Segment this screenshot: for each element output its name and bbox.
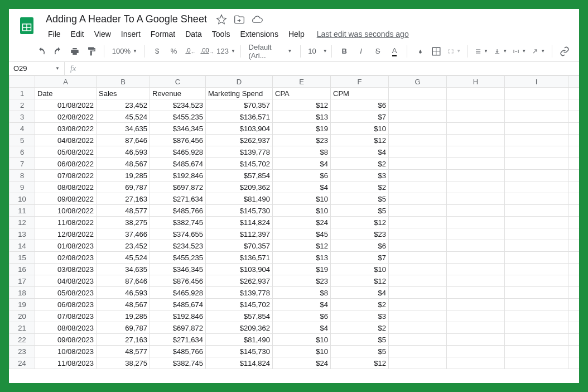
cell[interactable]: $6 [331,240,389,252]
cell[interactable]: $876,456 [150,135,206,146]
column-header[interactable]: I [505,76,568,88]
cell[interactable]: 10/08/2022 [35,205,97,217]
row-header[interactable]: 13 [9,228,35,240]
cell[interactable] [505,334,568,346]
cell[interactable]: $12 [331,135,389,146]
cell[interactable]: $262,937 [206,275,273,287]
cell[interactable] [568,111,580,123]
increase-decimal-button[interactable]: .00→ [200,44,215,59]
cell[interactable]: $346,345 [150,264,206,275]
cell[interactable]: $12 [273,99,331,111]
cell[interactable] [505,264,568,275]
cell[interactable] [389,287,447,299]
last-edit-link[interactable]: Last edit was seconds ago [317,30,409,39]
cell[interactable] [505,193,568,205]
cell[interactable]: 10/08/2023 [35,346,97,357]
cell[interactable]: $12 [331,275,389,287]
column-header[interactable]: E [273,76,331,88]
cell[interactable]: $145,730 [206,346,273,357]
cell[interactable]: $10 [331,123,389,135]
cell[interactable]: 11/08/2022 [35,217,97,228]
cell[interactable] [389,88,447,99]
cell[interactable] [568,181,580,193]
cell[interactable]: 87,646 [97,135,150,146]
cell[interactable] [389,205,447,217]
row-header[interactable]: 9 [9,181,35,193]
sheets-logo[interactable] [16,15,38,37]
cell[interactable]: 19,285 [97,310,150,322]
cell[interactable] [389,275,447,287]
cell[interactable] [447,181,505,193]
menu-view[interactable]: View [90,27,115,41]
cell[interactable]: 23,452 [97,99,150,111]
cell[interactable] [389,99,447,111]
cell[interactable]: $13 [273,252,331,264]
cell[interactable]: $271,634 [150,193,206,205]
cell[interactable]: $23 [273,135,331,146]
insert-link-button[interactable] [557,44,572,59]
cell[interactable] [505,181,568,193]
cell[interactable]: 87,646 [97,275,150,287]
cell[interactable]: 06/08/2022 [35,158,97,170]
column-header[interactable]: C [150,76,206,88]
cell[interactable] [505,123,568,135]
cell[interactable] [568,135,580,146]
cell[interactable]: $697,872 [150,322,206,334]
cell[interactable]: CPM [331,88,389,99]
cell[interactable] [505,111,568,123]
column-header[interactable]: G [389,76,447,88]
fill-color-button[interactable] [412,44,427,59]
cell[interactable]: $192,846 [150,310,206,322]
cell[interactable] [389,158,447,170]
cell[interactable] [447,146,505,158]
cell[interactable]: $346,345 [150,123,206,135]
cell[interactable]: $136,571 [206,111,273,123]
cell[interactable]: 34,635 [97,264,150,275]
cell[interactable]: $3 [331,170,389,181]
cell[interactable]: 48,567 [97,158,150,170]
cell[interactable]: $24 [273,357,331,369]
cell[interactable] [505,217,568,228]
cell[interactable]: 23,452 [97,240,150,252]
row-header[interactable]: 21 [9,322,35,334]
cell[interactable]: $45 [273,228,331,240]
bold-button[interactable]: B [336,44,352,59]
cell[interactable] [505,357,568,369]
borders-button[interactable] [428,44,444,59]
cell[interactable] [568,264,580,275]
cell[interactable] [389,123,447,135]
cell[interactable]: 02/08/2023 [35,252,97,264]
row-header[interactable]: 14 [9,240,35,252]
cell[interactable] [568,346,580,357]
cell[interactable] [447,287,505,299]
cell[interactable]: $2 [331,158,389,170]
menu-data[interactable]: Data [181,27,206,41]
cell[interactable]: $6 [273,310,331,322]
cell[interactable]: $10 [273,334,331,346]
cell[interactable] [389,135,447,146]
cell[interactable]: 02/08/2022 [35,111,97,123]
cell[interactable]: 07/08/2023 [35,310,97,322]
column-header[interactable]: A [35,76,97,88]
cell[interactable] [505,88,568,99]
cell[interactable]: $23 [331,228,389,240]
cell[interactable]: 06/08/2023 [35,299,97,310]
cell[interactable] [447,193,505,205]
cell[interactable]: $2 [331,322,389,334]
row-header[interactable]: 4 [9,123,35,135]
cell[interactable]: $4 [273,158,331,170]
cell[interactable] [568,252,580,264]
paint-format-button[interactable] [84,44,99,59]
cell[interactable] [505,135,568,146]
text-rotation-button[interactable]: ▼ [529,44,547,59]
cell[interactable] [447,205,505,217]
cell[interactable] [568,310,580,322]
cell[interactable] [389,357,447,369]
name-box[interactable]: O29▼ [9,62,65,75]
cell[interactable] [447,99,505,111]
cell[interactable] [447,217,505,228]
cell[interactable]: Marketing Spend [206,88,273,99]
cell[interactable]: 07/08/2022 [35,170,97,181]
column-header[interactable]: H [447,76,505,88]
cell[interactable]: 38,275 [97,217,150,228]
